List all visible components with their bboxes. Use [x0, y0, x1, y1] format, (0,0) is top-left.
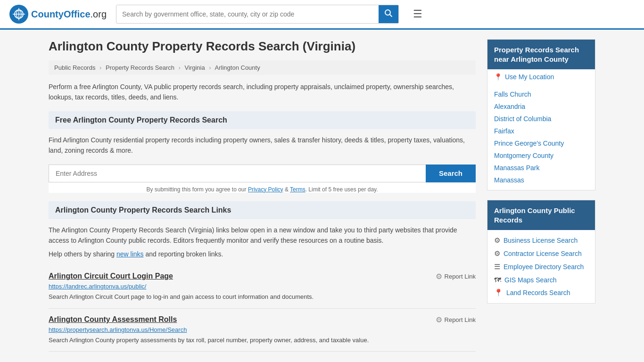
link-card: Arlington County Assessment Rolls ⚙ Repo…: [49, 309, 476, 352]
svg-line-6: [390, 15, 392, 17]
public-record-link[interactable]: Land Records Search: [506, 289, 570, 296]
page-title: Arlington County Property Records Search…: [49, 39, 476, 54]
nearby-location-item: Fairfax: [487, 125, 595, 137]
link-card: Arlington Circuit Court Login Page ⚙ Rep…: [49, 265, 476, 309]
terms-link[interactable]: Terms: [290, 186, 305, 193]
public-record-item: ⚙ Business License Search: [487, 234, 595, 247]
report-link-button[interactable]: ⚙ Report Link: [436, 315, 476, 324]
public-record-link[interactable]: GIS Maps Search: [504, 276, 557, 284]
address-search-row: Search: [49, 165, 476, 182]
public-record-item: ⚙ Contractor License Search: [487, 247, 595, 260]
breadcrumb-arlington-county[interactable]: Arlington County: [215, 64, 260, 71]
report-icon: ⚙: [436, 315, 442, 324]
public-record-item: ☰ Employee Directory Search: [487, 260, 595, 273]
logo-svg: [12, 8, 25, 21]
record-icon: 📍: [494, 288, 503, 297]
nearby-location-item: Falls Church: [487, 88, 595, 100]
main-container: Arlington County Property Records Search…: [39, 30, 605, 361]
sidebar-public-records-box: Arlington County Public Records ⚙ Busine…: [487, 200, 595, 304]
logo[interactable]: CountyOffice.org: [9, 5, 107, 24]
record-icon: ☰: [494, 263, 500, 271]
public-records-list: ⚙ Business License Search ⚙ Contractor L…: [487, 230, 595, 303]
link-url[interactable]: https://landrec.arlingtonva.us/public/: [49, 283, 476, 290]
public-record-link[interactable]: Employee Directory Search: [504, 263, 584, 271]
record-icon: ⚙: [494, 249, 500, 258]
link-description: Search Arlington Circuit Court page to l…: [49, 293, 314, 300]
privacy-policy-link[interactable]: Privacy Policy: [248, 186, 283, 193]
main-content: Arlington County Property Records Search…: [49, 39, 476, 352]
link-description: Search Arlington County property assessm…: [49, 337, 369, 344]
form-disclaimer: By submitting this form you agree to our…: [49, 186, 476, 193]
report-link-button[interactable]: ⚙ Report Link: [436, 272, 476, 281]
free-search-header: Free Arlington County Property Records S…: [49, 111, 476, 129]
link-card-header: Arlington Circuit Court Login Page ⚙ Rep…: [49, 272, 476, 281]
sidebar: Property Records Search near Arlington C…: [487, 39, 595, 352]
nearby-location-item: District of Columbia: [487, 113, 595, 125]
nearby-location-link[interactable]: Prince George's County: [494, 140, 564, 147]
link-cards-container: Arlington Circuit Court Login Page ⚙ Rep…: [49, 265, 476, 352]
logo-text: CountyOffice.org: [31, 9, 107, 20]
sidebar-public-records-title: Arlington County Public Records: [487, 200, 595, 230]
new-links-link[interactable]: new links: [116, 250, 144, 258]
share-line: Help others by sharing new links and rep…: [49, 250, 476, 258]
svg-point-5: [385, 10, 390, 15]
global-search-input[interactable]: [116, 7, 379, 22]
use-location-link[interactable]: Use My Location: [505, 73, 554, 81]
record-icon: ⚙: [494, 236, 500, 245]
breadcrumb: Public Records › Property Records Search…: [49, 60, 476, 75]
link-card-header: Arlington County Assessment Rolls ⚙ Repo…: [49, 315, 476, 324]
links-description: The Arlington County Property Records Se…: [49, 225, 476, 246]
nearby-location-link[interactable]: Manassas: [494, 176, 524, 184]
location-pin-icon: 📍: [494, 73, 502, 81]
nearby-location-link[interactable]: Alexandria: [494, 103, 525, 110]
public-record-item: 📍 Land Records Search: [487, 286, 595, 299]
record-icon: 🗺: [494, 276, 501, 284]
link-card-title[interactable]: Arlington County Assessment Rolls: [49, 315, 177, 324]
nearby-locations-list: Falls ChurchAlexandriaDistrict of Columb…: [487, 84, 595, 190]
global-search-bar[interactable]: [116, 5, 399, 24]
sidebar-nearby-title: Property Records Search near Arlington C…: [487, 40, 595, 69]
main-description: Perform a free Arlington County, VA publ…: [49, 82, 476, 103]
link-card-title[interactable]: Arlington Circuit Court Login Page: [49, 272, 173, 280]
nearby-location-item: Manassas: [487, 174, 595, 186]
nearby-location-item: Montgomery County: [487, 149, 595, 162]
global-search-button[interactable]: [379, 5, 398, 23]
nearby-location-link[interactable]: Manassas Park: [494, 164, 539, 172]
free-search-description: Find Arlington County residential proper…: [49, 135, 476, 156]
hamburger-menu[interactable]: ☰: [413, 8, 422, 20]
links-section-header: Arlington County Property Records Search…: [49, 201, 476, 219]
link-url[interactable]: https://propertysearch.arlingtonva.us/Ho…: [49, 326, 476, 333]
nearby-location-item: Alexandria: [487, 100, 595, 113]
breadcrumb-property-records-search[interactable]: Property Records Search: [106, 64, 174, 71]
report-icon: ⚙: [436, 272, 442, 281]
breadcrumb-virginia[interactable]: Virginia: [185, 64, 205, 71]
site-header: CountyOffice.org ☰: [0, 0, 644, 30]
use-location-row: 📍 Use My Location: [487, 69, 595, 84]
sidebar-nearby-box: Property Records Search near Arlington C…: [487, 39, 595, 190]
address-input[interactable]: [49, 165, 426, 182]
nearby-location-item: Prince George's County: [487, 137, 595, 149]
property-search-button[interactable]: Search: [426, 165, 476, 182]
nearby-location-link[interactable]: Fairfax: [494, 127, 514, 135]
public-record-item: 🗺 GIS Maps Search: [487, 273, 595, 286]
breadcrumb-public-records[interactable]: Public Records: [54, 64, 95, 71]
property-search-form: Search By submitting this form you agree…: [49, 165, 476, 193]
search-icon: [384, 9, 393, 17]
nearby-location-link[interactable]: Falls Church: [494, 90, 531, 98]
logo-icon: [9, 5, 28, 24]
nearby-location-link[interactable]: Montgomery County: [494, 152, 553, 159]
nearby-location-link[interactable]: District of Columbia: [494, 115, 551, 123]
public-record-link[interactable]: Business License Search: [504, 237, 578, 244]
public-record-link[interactable]: Contractor License Search: [504, 250, 582, 257]
nearby-location-item: Manassas Park: [487, 162, 595, 174]
